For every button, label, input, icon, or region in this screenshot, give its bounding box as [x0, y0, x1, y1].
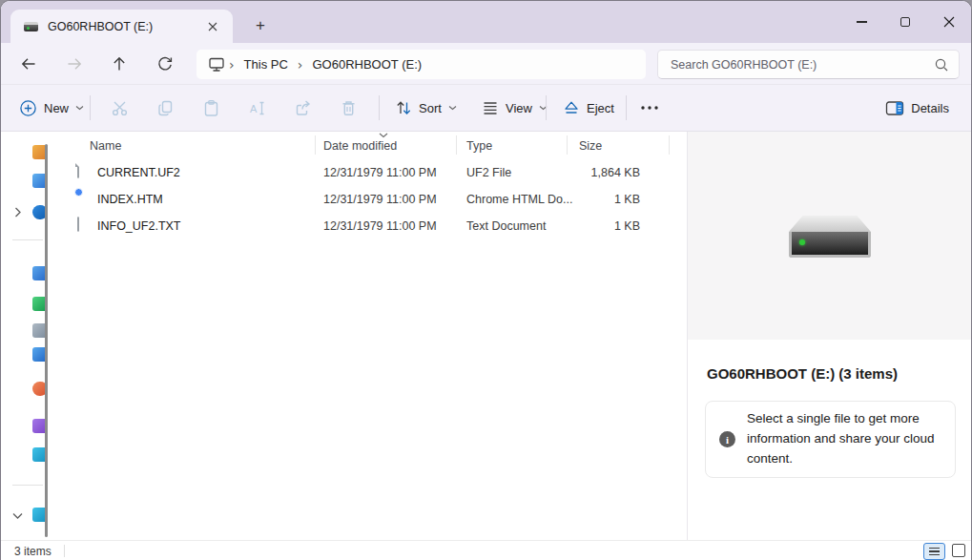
command-toolbar: New A [1, 85, 971, 132]
drive-led-indicator [799, 239, 805, 245]
explorer-tab[interactable]: GO60RHBOOT (E:) [10, 10, 233, 43]
minimize-icon [857, 21, 867, 22]
refresh-button[interactable] [150, 52, 180, 75]
file-size: 1 KB [531, 193, 640, 206]
close-button[interactable] [927, 1, 971, 43]
close-icon [943, 16, 955, 28]
eject-icon [563, 99, 580, 116]
desktop-icon[interactable] [32, 266, 45, 280]
file-row[interactable]: CURRENT.UF2 12/31/1979 11:00 PM UF2 File… [54, 159, 687, 186]
toolbar-separator [546, 95, 547, 120]
home-icon[interactable] [32, 145, 45, 159]
new-tab-button[interactable]: + [247, 12, 274, 39]
file-row[interactable]: INFO_UF2.TXT 12/31/1979 11:00 PM Text Do… [54, 213, 687, 239]
chevron-down-icon [75, 105, 84, 111]
file-date: 12/31/1979 11:00 PM [323, 166, 437, 179]
eject-label: Eject [587, 101, 614, 115]
column-separator[interactable] [315, 135, 316, 155]
cut-button [103, 92, 135, 124]
column-header-type[interactable]: Type [466, 139, 492, 153]
toolbar-separator [90, 95, 91, 120]
forward-button[interactable] [59, 52, 90, 75]
file-row[interactable]: INDEX.HTM 12/31/1979 11:00 PM Chrome HTM… [54, 186, 687, 213]
status-bar-divider [64, 545, 65, 557]
svg-text:A: A [250, 102, 258, 114]
share-icon [294, 99, 312, 117]
file-size: 1 KB [531, 219, 640, 233]
onedrive-icon[interactable] [32, 205, 45, 219]
tab-close-icon[interactable] [202, 16, 223, 37]
eject-button[interactable]: Eject [554, 85, 623, 131]
drive-preview-area [688, 132, 972, 340]
sort-arrows-icon [395, 99, 412, 116]
videos-icon[interactable] [32, 419, 45, 433]
uf2-file-icon [77, 164, 93, 180]
drive-icon[interactable] [32, 447, 45, 462]
large-icons-view-toggle-button[interactable] [952, 544, 965, 557]
column-header-name[interactable]: Name [90, 139, 121, 153]
more-options-button[interactable] [633, 92, 666, 124]
file-name: INFO_UF2.TXT [97, 219, 181, 233]
rename-button: A [240, 92, 273, 124]
breadcrumb: › This PC › GO60RHBOOT (E:) [196, 50, 646, 79]
column-headers: Name Date modified Type Size [54, 132, 687, 158]
column-header-date-modified[interactable]: Date modified [323, 139, 397, 153]
sidebar-scrollbar[interactable] [45, 144, 48, 537]
pictures-icon[interactable] [32, 347, 45, 362]
copy-button [149, 92, 181, 124]
window-controls [839, 1, 971, 43]
info-icon: i [719, 431, 735, 447]
refresh-icon [156, 55, 174, 73]
expand-chevron-icon[interactable] [11, 206, 23, 218]
toolbar-separator [626, 95, 627, 120]
trash-icon [340, 99, 358, 117]
this-pc-icon[interactable] [32, 508, 45, 522]
sidebar-divider [12, 239, 43, 240]
file-date: 12/31/1979 11:00 PM [323, 193, 437, 206]
file-name: CURRENT.UF2 [97, 166, 180, 179]
collapse-chevron-icon[interactable] [11, 509, 23, 521]
new-button[interactable]: New [10, 85, 93, 131]
music-icon[interactable] [32, 382, 45, 396]
view-lines-icon [482, 99, 499, 116]
title-bar: GO60RHBOOT (E:) + [1, 1, 971, 43]
paste-button [195, 92, 227, 124]
column-separator[interactable] [567, 135, 568, 155]
minimize-button[interactable] [839, 1, 883, 43]
view-button[interactable]: View [473, 85, 556, 131]
details-toggle-button[interactable]: Details [877, 85, 958, 131]
maximize-button[interactable] [883, 1, 927, 43]
column-header-size[interactable]: Size [579, 139, 602, 153]
search-icon[interactable] [934, 57, 949, 73]
maximize-icon [900, 17, 910, 27]
new-plus-icon [19, 99, 37, 117]
item-count: 3 items [14, 545, 52, 558]
column-separator[interactable] [456, 135, 457, 155]
cut-scissors-icon [111, 99, 129, 117]
documents-icon[interactable] [32, 323, 45, 338]
sidebar-divider [12, 485, 43, 486]
back-button[interactable] [13, 52, 44, 75]
breadcrumb-this-pc[interactable]: This PC [238, 54, 294, 74]
column-separator[interactable] [669, 135, 670, 155]
downloads-icon[interactable] [32, 297, 45, 311]
share-button [286, 92, 319, 124]
sort-button[interactable]: Sort [386, 85, 465, 131]
tab-title: GO60RHBOOT (E:) [48, 20, 202, 33]
file-list: Name Date modified Type Size CURRENT.UF2… [54, 132, 687, 540]
up-button[interactable] [104, 52, 134, 75]
up-arrow-icon [111, 55, 128, 73]
ellipsis-icon [640, 105, 659, 111]
search-box [657, 50, 960, 79]
toolbar-separator [379, 95, 380, 120]
details-pane: GO60RHBOOT (E:) (3 items) i Select a sin… [688, 132, 972, 540]
file-name: INDEX.HTM [97, 193, 163, 206]
gallery-icon[interactable] [32, 174, 45, 188]
chrome-html-icon [77, 191, 93, 207]
details-view-toggle-button[interactable] [923, 543, 945, 560]
breadcrumb-current-drive[interactable]: GO60RHBOOT (E:) [306, 54, 427, 74]
chevron-down-icon [448, 105, 457, 111]
search-input[interactable] [671, 58, 934, 72]
details-pane-icon [885, 100, 904, 116]
file-date: 12/31/1979 11:00 PM [323, 219, 437, 233]
